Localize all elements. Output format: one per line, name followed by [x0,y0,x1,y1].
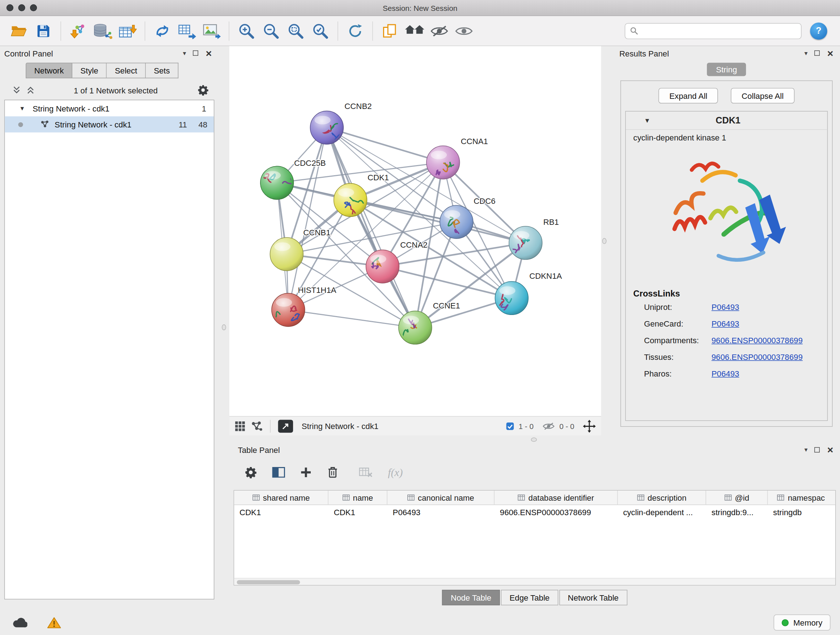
crosslink-value-tissues[interactable]: 9606.ENSP00000378699 [712,352,803,361]
expand-all-icon[interactable] [27,86,34,95]
crosslink-value-compartments[interactable]: 9606.ENSP00000378699 [712,336,803,345]
protein-section-header[interactable]: ▼ CDK1 [626,111,827,130]
column-label: canonical name [418,493,474,502]
home-button[interactable] [402,19,427,43]
network-edge-CCNB2-CCNA1[interactable] [327,127,443,162]
network-row[interactable]: String Network - cdk1 11 48 [5,116,214,132]
new-network-button[interactable] [150,19,175,43]
tab-node-table[interactable]: Node Table [442,590,500,605]
gear-icon[interactable] [197,84,209,96]
warnings-button[interactable] [44,614,64,630]
maximize-window-button[interactable] [30,4,37,11]
table-settings-gear-icon[interactable] [244,466,257,479]
tab-string[interactable]: String [707,63,746,76]
import-table-button[interactable] [115,19,140,43]
duplicate-button[interactable] [378,19,402,43]
panel-menu-icon[interactable]: ▾ [805,50,808,57]
save-session-button[interactable] [31,19,56,43]
birdseye-view-button[interactable] [251,421,263,432]
network-node-CCNB1[interactable]: CCNB1 [270,228,330,271]
panel-float-icon[interactable] [193,50,199,56]
network-collection-row[interactable]: ▼ String Network - cdk1 1 [5,100,214,116]
column-header-description[interactable]: description [618,491,706,505]
show-columns-icon[interactable] [272,467,285,478]
network-node-CCNE1[interactable]: CCNE1 [399,301,460,344]
network-edge-HIST1H1A-CCNE1[interactable] [288,310,415,328]
network-node-HIST1H1A[interactable]: HIST1H1A [270,286,336,326]
add-column-plus-icon[interactable] [300,466,312,478]
tab-network[interactable]: Network [26,63,73,78]
panel-close-icon[interactable]: ✕ [827,49,834,57]
import-network-database-button[interactable] [90,19,115,43]
show-graphics-button[interactable] [452,19,476,43]
cloud-button[interactable] [10,614,30,630]
main-toolbar: ? [0,16,840,46]
network-node-CCNA1[interactable]: CCNA1 [426,137,488,179]
network-node-RB1[interactable]: RB1 [509,218,559,260]
tab-select[interactable]: Select [107,63,146,78]
minimize-window-button[interactable] [18,4,25,11]
network-edge-CCNB2-CCNE1[interactable] [327,127,415,327]
column-header-name[interactable]: name [328,491,387,505]
network-node-CDK1[interactable]: CDK1 [334,173,389,217]
crosslink-value-genecard[interactable]: P06493 [712,319,739,328]
section-collapse-icon[interactable]: ▼ [644,117,651,124]
delete-column-trash-icon[interactable] [327,466,339,479]
network-edge-CCNB2-HIST1H1A[interactable] [288,127,327,310]
left-splitter-handle[interactable] [222,325,226,330]
export-table-button[interactable] [175,19,199,43]
memory-button[interactable]: Memory [774,614,830,630]
collapse-all-icon[interactable] [13,86,21,95]
column-type-icon [342,494,350,501]
tab-sets[interactable]: Sets [146,63,178,78]
panel-close-icon[interactable]: ✕ [205,49,212,57]
detach-view-button[interactable] [278,420,293,432]
column-header-canonical-name[interactable]: canonical name [387,491,494,505]
title-bar[interactable]: Session: New Session [0,0,840,16]
right-splitter-handle[interactable] [602,238,607,244]
crosslink-value-pharos[interactable]: P06493 [712,369,739,378]
zoom-fit-button[interactable] [283,19,308,43]
export-image-button[interactable] [199,19,224,43]
tree-expand-icon[interactable]: ▼ [19,105,25,111]
hidden-eye-icon[interactable] [542,422,555,431]
column-header-namespace[interactable]: namespac [767,491,834,505]
tab-edge-table[interactable]: Edge Table [501,590,558,605]
cell-database-identifier: 9606.ENSP00000378699 [494,505,618,519]
panel-menu-icon[interactable]: ▾ [183,50,186,57]
grid-view-button[interactable] [235,421,246,432]
zoom-selected-button[interactable] [308,19,333,43]
open-session-button[interactable] [6,19,31,43]
bottom-splitter-handle[interactable] [531,437,537,442]
refresh-button[interactable] [343,19,368,43]
zoom-in-button[interactable] [234,19,259,43]
panel-float-icon[interactable] [815,50,820,56]
table-row[interactable]: CDK1 CDK1 P06493 9606.ENSP00000378699 cy… [234,505,835,519]
crosslink-value-uniprot[interactable]: P06493 [712,302,739,311]
selected-checkbox-icon[interactable] [506,422,515,431]
column-header-database-identifier[interactable]: database identifier [494,491,618,505]
network-node-CDKN1A[interactable]: CDKN1A [495,272,562,315]
panel-menu-icon[interactable]: ▾ [805,447,808,453]
tab-style[interactable]: Style [73,63,107,78]
zoom-out-button[interactable] [259,19,283,43]
help-button[interactable]: ? [810,22,827,39]
network-canvas[interactable]: CCNB2CCNA1CDC25BCDK1CDC6RB1CCNB1CCNA2CDK… [229,46,601,416]
tab-network-table[interactable]: Network Table [559,590,627,605]
horizontal-scrollbar[interactable] [234,578,835,585]
network-edge-CDK1-RB1[interactable] [351,200,526,242]
network-node-CDC6[interactable]: CDC6 [440,196,496,239]
collapse-all-button[interactable]: Collapse All [731,88,794,103]
expand-all-button[interactable]: Expand All [659,88,718,103]
column-header-id[interactable]: @id [706,491,767,505]
network-view[interactable]: CCNB2CCNA1CDC25BCDK1CDC6RB1CCNB1CCNA2CDK… [229,46,601,416]
column-header-shared-name[interactable]: shared name [234,491,328,505]
import-network-file-button[interactable] [66,19,90,43]
hide-graphics-button[interactable] [427,19,452,43]
panel-float-icon[interactable] [815,447,820,453]
panel-close-icon[interactable]: ✕ [827,446,834,454]
search-input[interactable] [641,27,796,35]
close-window-button[interactable] [6,4,13,11]
crosshair-icon[interactable] [583,420,596,432]
scrollbar-thumb[interactable] [237,580,300,584]
